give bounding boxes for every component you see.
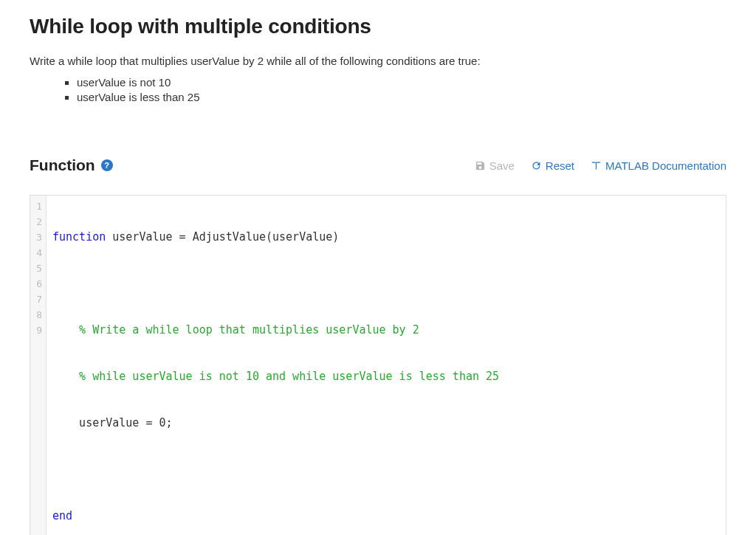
instructions-text: Write a while loop that multiplies userV… xyxy=(30,55,726,67)
reset-button[interactable]: Reset xyxy=(531,159,574,172)
page-title: While loop with multiple conditions xyxy=(30,15,726,38)
keyword-token: end xyxy=(52,509,72,522)
book-icon xyxy=(591,160,602,171)
code-line: userValue = 0; xyxy=(52,415,720,431)
line-gutter: 1 2 3 4 5 6 7 8 9 xyxy=(30,196,47,535)
help-icon[interactable]: ? xyxy=(101,159,113,171)
matlab-doc-link[interactable]: MATLAB Documentation xyxy=(591,159,726,172)
line-number: 6 xyxy=(33,276,42,291)
reset-icon xyxy=(531,160,542,171)
keyword-token: function xyxy=(52,230,106,244)
code-text: userValue = AdjustValue(userValue) xyxy=(106,230,339,244)
condition-item: userValue is less than 25 xyxy=(77,91,726,103)
line-number: 5 xyxy=(33,260,42,276)
line-number: 3 xyxy=(33,229,42,245)
function-section-header: Function ? Save Reset MATLAB Documentati… xyxy=(30,156,726,174)
code-line xyxy=(52,276,720,291)
line-number: 4 xyxy=(33,245,42,260)
code-line xyxy=(52,462,720,477)
line-number: 1 xyxy=(33,199,42,214)
matlab-doc-label: MATLAB Documentation xyxy=(605,159,726,172)
line-number: 7 xyxy=(33,291,42,307)
code-line-comment: % Write a while loop that multiplies use… xyxy=(52,322,720,338)
save-button[interactable]: Save xyxy=(475,159,515,172)
function-section-title: Function xyxy=(30,156,95,174)
line-number: 2 xyxy=(33,214,42,229)
function-toolbar: Save Reset MATLAB Documentation xyxy=(475,159,726,172)
code-line-comment: % while userValue is not 10 and while us… xyxy=(52,369,720,384)
function-code-editor[interactable]: 1 2 3 4 5 6 7 8 9 function userValue = A… xyxy=(30,195,726,535)
code-line: function userValue = AdjustValue(userVal… xyxy=(52,229,720,245)
save-icon xyxy=(475,160,486,171)
conditions-list: userValue is not 10 userValue is less th… xyxy=(30,76,726,103)
code-line: end xyxy=(52,508,720,524)
code-content[interactable]: function userValue = AdjustValue(userVal… xyxy=(47,196,726,535)
line-number: 9 xyxy=(33,322,42,338)
condition-item: userValue is not 10 xyxy=(77,76,726,89)
reset-label: Reset xyxy=(546,159,574,172)
line-number: 8 xyxy=(33,307,42,322)
save-label: Save xyxy=(489,159,515,172)
